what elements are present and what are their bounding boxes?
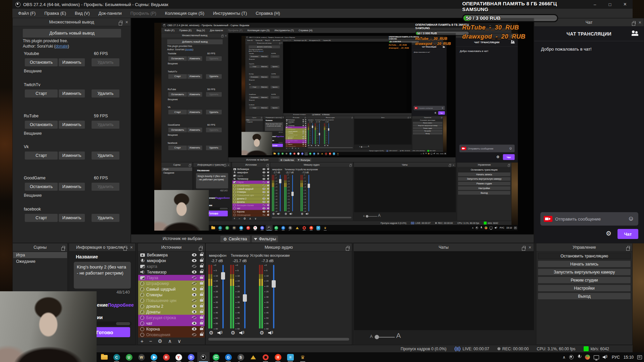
output-delete-button[interactable]: Удалить [92, 183, 119, 191]
scene-item[interactable]: Игра [13, 252, 67, 258]
dock-float-icon[interactable] [261, 117, 262, 118]
output-delete-button[interactable]: Удалить [92, 89, 119, 98]
tray-clock[interactable]: 15:10 [624, 355, 634, 360]
visibility-eye-icon[interactable] [303, 134, 304, 135]
output-delete-button[interactable]: Удалить [271, 86, 279, 88]
visibility-eye-icon[interactable] [192, 305, 197, 308]
visibility-eye-icon[interactable] [192, 322, 197, 325]
visibility-eye-icon[interactable] [263, 204, 265, 206]
game-launcher-icon[interactable]: W [135, 352, 148, 362]
stop-streaming-button[interactable]: Остановить трансляцию [413, 119, 442, 121]
dock-float-icon[interactable] [200, 246, 203, 249]
source-row[interactable]: Вебкамера [232, 168, 270, 171]
dock-float-icon[interactable] [120, 21, 122, 23]
r-app-icon[interactable]: R [292, 152, 297, 155]
chat-settings-gear-icon[interactable] [434, 112, 436, 114]
move-source-up-button[interactable] [168, 338, 172, 344]
visibility-eye-icon[interactable] [192, 310, 197, 313]
dock-close-icon[interactable] [281, 42, 282, 44]
channel-speaker-icon[interactable] [277, 213, 280, 215]
visibility-eye-icon[interactable] [263, 185, 265, 186]
visibility-eye-icon[interactable] [263, 181, 265, 183]
dock-close-icon[interactable] [225, 34, 227, 37]
output-delete-button[interactable]: Удалить [206, 145, 222, 150]
lock-icon[interactable] [200, 328, 203, 330]
telegram-icon[interactable] [288, 152, 292, 155]
output-delete-button[interactable]: Удалить [271, 106, 279, 109]
menu-profile[interactable]: Профиль (P) [281, 40, 292, 41]
visibility-eye-icon[interactable] [303, 138, 304, 139]
channel-speaker-icon[interactable] [289, 213, 292, 215]
menu-help[interactable]: Справка (H) [296, 29, 315, 32]
visibility-eye-icon[interactable] [303, 131, 304, 132]
tray-notification-icon[interactable] [637, 355, 642, 359]
tray-obs-icon[interactable] [423, 153, 424, 154]
visibility-eye-icon[interactable] [192, 282, 197, 285]
scene-item[interactable]: Ожидание [13, 258, 67, 264]
channel-gear-icon[interactable] [209, 330, 213, 336]
discord-icon[interactable]: D [300, 152, 304, 155]
yandex-icon[interactable]: Y [297, 152, 301, 155]
lock-icon[interactable] [305, 134, 306, 135]
tray-language[interactable]: РУС [436, 153, 439, 155]
studio-mode-button[interactable]: Режим студии [538, 277, 631, 283]
move-source-up-button[interactable] [295, 147, 296, 149]
output-stop-button[interactable]: Остановить [168, 92, 187, 97]
source-row[interactable]: Бегущая строка [138, 315, 205, 320]
dock-float-icon[interactable] [347, 246, 350, 249]
viewers-icon[interactable] [511, 40, 515, 43]
menu-profile[interactable]: Профиль (P) [126, 11, 161, 16]
output-stop-button[interactable]: Остановить [25, 58, 58, 66]
lock-icon[interactable] [305, 120, 306, 120]
goodgame-icon[interactable]: G [280, 225, 287, 231]
output-edit-button[interactable]: Изменить [187, 74, 202, 79]
source-row[interactable]: Оповещения [232, 213, 270, 217]
visibility-eye-icon[interactable] [303, 121, 304, 122]
properties-button[interactable]: Свойства [312, 114, 321, 116]
menu-profile[interactable]: Профиль (P) [225, 29, 245, 32]
dock-float-icon[interactable] [279, 43, 280, 44]
notes-icon[interactable]: ≡ [315, 225, 322, 231]
output-delete-button[interactable]: Удалить [271, 96, 279, 99]
obs-icon[interactable] [197, 352, 210, 362]
minimize-button[interactable] [587, 0, 602, 9]
lock-icon[interactable] [305, 125, 306, 126]
source-row[interactable]: Бегущая строка [232, 203, 270, 207]
add-output-button[interactable]: Добавить новый вывод [167, 39, 222, 44]
volume-fader[interactable] [273, 265, 274, 328]
source-row[interactable]: карта [232, 174, 270, 177]
game-launcher-icon[interactable]: W [284, 152, 288, 155]
dock-float-icon[interactable] [190, 164, 191, 166]
tray-microphone-icon[interactable] [480, 226, 483, 229]
output-edit-button[interactable]: Изменить [187, 110, 202, 114]
emote-smiley-icon[interactable] [441, 107, 443, 109]
filters-button[interactable]: Фильтры [322, 114, 330, 116]
visibility-eye-icon[interactable] [192, 265, 197, 268]
dock-close-icon[interactable] [529, 245, 531, 250]
dock-float-icon[interactable] [508, 164, 510, 166]
tray-expand-icon[interactable] [472, 227, 474, 229]
menu-scene-collection[interactable]: Коллекция сцен (S) [161, 11, 209, 16]
channel-speaker-icon[interactable] [239, 331, 245, 335]
source-properties-button[interactable] [158, 338, 162, 344]
visibility-eye-icon[interactable] [263, 194, 265, 196]
visibility-eye-icon[interactable] [192, 259, 197, 262]
u-app-icon[interactable]: U [123, 352, 135, 362]
obs-icon[interactable] [266, 225, 273, 231]
dock-close-icon[interactable] [639, 20, 641, 25]
tray-network-icon[interactable] [594, 355, 599, 359]
output-edit-button[interactable]: Изменить [59, 214, 85, 222]
channel-gear-icon[interactable] [308, 144, 309, 146]
dock-close-icon[interactable] [228, 163, 229, 166]
output-edit-button[interactable]: Изменить [187, 128, 202, 132]
dock-float-icon[interactable] [408, 117, 409, 118]
fader-handle[interactable] [308, 184, 310, 188]
volume-fader[interactable] [319, 123, 320, 144]
mixer-scrollbar[interactable] [308, 147, 353, 148]
lock-icon[interactable] [200, 265, 203, 267]
visibility-eye-icon[interactable] [263, 172, 265, 173]
source-row[interactable]: Стикеры [232, 190, 270, 194]
lock-icon[interactable] [305, 136, 306, 137]
visibility-eye-icon[interactable] [192, 333, 197, 336]
dock-float-icon[interactable] [350, 164, 352, 166]
